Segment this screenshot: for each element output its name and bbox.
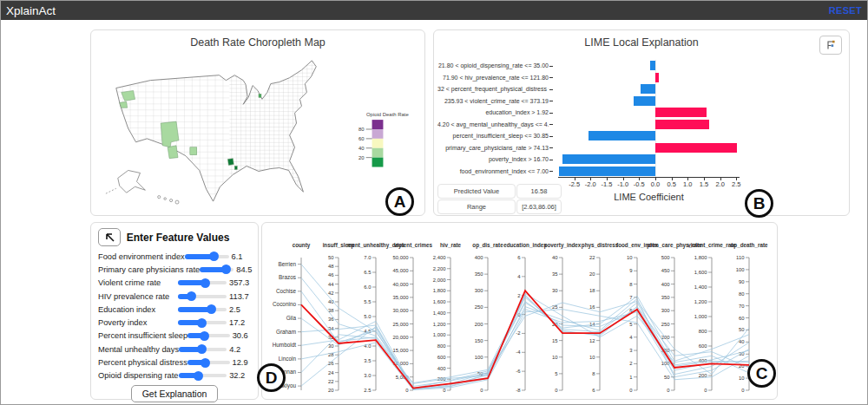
tick-label: 800 <box>437 343 447 349</box>
y-tick <box>549 77 553 78</box>
slider-row: Opioid dispensing rate32.2 <box>98 369 253 382</box>
legend-color-block <box>372 148 384 158</box>
pointer-tool-button[interactable] <box>98 228 121 246</box>
tick-label: 35,000 <box>392 295 409 300</box>
sort-bars-button[interactable] <box>819 36 842 55</box>
tick-label: 100 <box>736 267 746 272</box>
lime-bar[interactable] <box>650 61 655 70</box>
tick-label: 20 <box>328 388 334 393</box>
axis-name[interactable]: op_dis_rate <box>472 242 503 249</box>
slider-thumb[interactable] <box>187 291 196 301</box>
axis-name[interactable]: poverty_index <box>544 242 582 249</box>
slider-thumb[interactable] <box>209 251 219 261</box>
tick-label: 15 <box>552 338 558 343</box>
tick-label: 3.0 <box>364 373 372 378</box>
county-highlight[interactable] <box>227 159 233 166</box>
slider-thumb[interactable] <box>207 304 216 314</box>
map-title: Death Rate Choropleth Map <box>91 30 424 49</box>
slider-label: Opioid dispensing rate <box>98 371 179 380</box>
axis-name[interactable]: phys_distress <box>582 242 619 249</box>
axis-name[interactable]: op_death_rate <box>730 242 768 249</box>
axis-name[interactable]: county <box>293 242 311 249</box>
tick-label: 16 <box>589 304 595 310</box>
slider-thumb[interactable] <box>197 318 207 328</box>
tick-label: 6.0 <box>364 284 372 290</box>
lime-bar[interactable] <box>641 84 655 94</box>
tick-label: 100 <box>475 355 484 360</box>
cursor-arrow-icon <box>104 232 115 243</box>
slider-value: 357.3 <box>229 278 253 287</box>
tick-label: -6 <box>516 369 521 374</box>
slider-thumb[interactable] <box>201 358 210 368</box>
slider-thumb[interactable] <box>221 265 231 274</box>
tick-label: 18 <box>589 288 595 293</box>
county-highlight[interactable] <box>190 147 197 155</box>
hierarchy-icon <box>825 40 837 50</box>
tick-label: 44 <box>328 282 334 287</box>
legend-tick-label: 20 <box>358 155 365 160</box>
get-explanation-button[interactable]: Get Explanation <box>131 385 219 402</box>
slider-track[interactable] <box>178 295 227 298</box>
slider-thumb[interactable] <box>200 331 209 341</box>
slider-row: Percent insufficient sleep30.6 <box>98 330 253 343</box>
slider-thumb[interactable] <box>201 278 210 288</box>
tick-label: -4 <box>516 349 521 355</box>
lime-bar[interactable] <box>655 108 707 117</box>
lime-feature-label: 71.90 < hiv_prevalence_rate <= 121.80 <box>437 72 549 84</box>
county-highlight[interactable] <box>259 94 261 97</box>
slider-track[interactable] <box>179 348 227 351</box>
lime-bar[interactable] <box>655 120 709 129</box>
axis-name[interactable]: education_index <box>503 242 547 248</box>
reset-button[interactable]: RESET <box>829 5 862 16</box>
x-tick-label: 2.5 <box>726 180 746 188</box>
tick-label: 5 <box>555 371 558 376</box>
slider-thumb[interactable] <box>194 371 203 381</box>
axis-name[interactable]: violent_crime_rate <box>687 242 736 248</box>
legend-tick-label: 80 <box>358 127 365 132</box>
slider-track[interactable] <box>200 268 233 271</box>
lime-bar[interactable] <box>589 131 655 140</box>
slider-track[interactable] <box>187 334 229 337</box>
y-tick <box>549 124 553 125</box>
slider-track[interactable] <box>187 361 230 364</box>
slider-label: HIV prevalence rate <box>98 292 178 301</box>
lime-bar[interactable] <box>559 167 655 176</box>
lime-bar[interactable] <box>655 143 737 153</box>
slider-label: Poverty index <box>98 318 178 327</box>
axis-name[interactable]: violent_crimes <box>394 242 433 248</box>
tick-label: 1,800 <box>433 288 446 293</box>
slider-track[interactable] <box>178 308 227 311</box>
y-tick <box>549 136 553 137</box>
tick-label: 250 <box>661 322 671 327</box>
county-highlight[interactable] <box>168 146 178 159</box>
y-tick <box>549 160 553 160</box>
tick-label: 8 <box>629 282 633 287</box>
slider-value: 32.2 <box>229 371 253 380</box>
tick-label: 5.0 <box>364 314 372 319</box>
slider-track[interactable] <box>178 321 227 324</box>
tick-label: 42 <box>328 291 334 296</box>
slider-value: 84.5 <box>236 265 253 274</box>
tick-label: 0 <box>480 388 483 393</box>
slider-track[interactable] <box>178 281 227 284</box>
axis-name[interactable]: hiv_rate <box>440 242 462 248</box>
tick-label: 45,000 <box>392 268 409 273</box>
y-tick <box>549 66 553 67</box>
lime-bar[interactable] <box>655 73 659 82</box>
stat-value: [2.63,86.06] <box>516 199 562 214</box>
slider-track[interactable] <box>185 255 229 258</box>
lime-bar[interactable] <box>634 96 655 106</box>
tick-label: 40,000 <box>392 282 409 287</box>
slider-value: 17.2 <box>229 318 253 327</box>
lime-feature-label: percent_insufficient_sleep <= 30.85 <box>437 130 549 142</box>
slider-thumb[interactable] <box>197 344 207 354</box>
county-highlight[interactable] <box>234 167 237 170</box>
tick-label: 90 <box>739 279 745 284</box>
tick-label: 1,200 <box>694 299 707 304</box>
lime-bar[interactable] <box>562 154 655 164</box>
slider-value: 2.5 <box>229 305 253 314</box>
tick-label: 15,000 <box>392 348 409 353</box>
slider-track[interactable] <box>179 374 227 377</box>
tick-label: 450 <box>661 268 671 273</box>
tick-label: 1,200 <box>433 322 446 327</box>
